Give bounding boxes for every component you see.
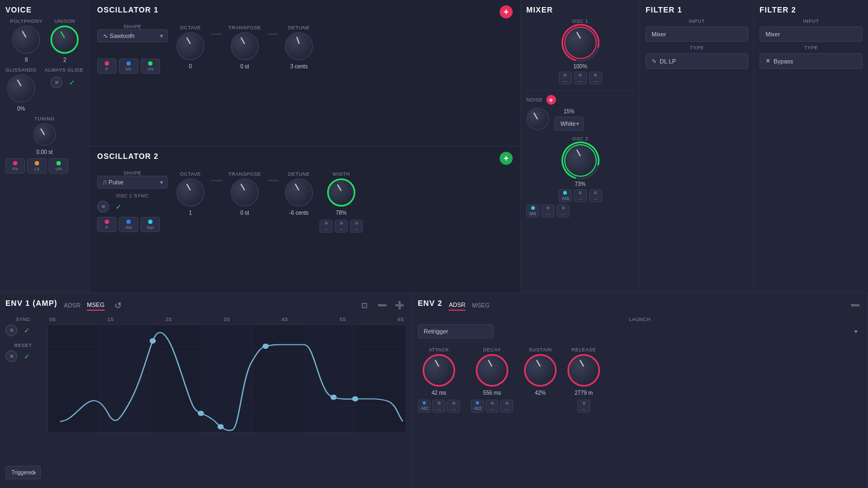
osc2-shape-select[interactable]: ⎍ Pulse ∿ Sawtooth ∿ Sine xyxy=(97,176,168,189)
env2-attack-mod-3[interactable]: ... xyxy=(447,400,460,413)
osc2-octave-knob[interactable] xyxy=(176,178,205,207)
tuning-knob[interactable] xyxy=(33,123,56,146)
mixer-osc2-slot-3[interactable]: ... xyxy=(589,189,602,202)
env1-minus-btn[interactable]: ➖ xyxy=(375,298,389,312)
osc1-shape-select[interactable]: ∿ Sawtooth ⎍ Pulse ∿ Sine ⊓ Square xyxy=(97,29,168,42)
env2-release-mod-1[interactable]: ... xyxy=(577,400,590,413)
noise-knob[interactable] xyxy=(526,107,549,130)
connector-line-3 xyxy=(211,180,222,181)
filter2-type-value[interactable]: ✕ Bypass xyxy=(760,53,863,69)
osc2-sync-x-btn[interactable]: ✕ xyxy=(97,201,109,213)
mixer-m4-slot-3[interactable]: ... xyxy=(557,204,570,217)
env1-sync-x-btn[interactable]: ✕ xyxy=(5,324,17,336)
osc1-transpose-knob[interactable] xyxy=(231,32,259,60)
env1-sync-check-btn[interactable]: ✓ xyxy=(21,324,33,336)
env2-launch-select[interactable]: Retrigger Free Legato xyxy=(418,324,494,338)
mixer-osc2-slot-1[interactable]: -M6 xyxy=(559,189,572,202)
glissando-col: GLISSANDO 0% xyxy=(5,67,36,112)
env1-undo-btn[interactable]: ↺ xyxy=(111,298,125,312)
osc2-transpose-knob[interactable] xyxy=(231,178,259,207)
osc2-slot-2[interactable]: ... xyxy=(335,220,348,233)
env2-tab-adsr[interactable]: ADSR xyxy=(449,300,465,311)
osc1-mod-m1[interactable]: M1 xyxy=(119,59,138,74)
env1-reset-x-btn[interactable]: ✕ xyxy=(5,350,17,362)
env1-trigger-select[interactable]: Triggered Free Loop xyxy=(5,466,41,479)
voice-mod-l3[interactable]: L3 xyxy=(27,158,47,174)
osc2-width-slots: ... ... ... xyxy=(320,220,363,233)
mseg-display[interactable] xyxy=(47,324,406,433)
connector-line-4 xyxy=(267,180,278,181)
osc1-title: OSCILLATOR 1 xyxy=(97,5,158,14)
osc1-octave-col: OCTAVE 0 xyxy=(176,25,205,69)
always-glide-x-btn[interactable]: ✕ xyxy=(50,76,62,88)
env1-reset-check-btn[interactable]: ✓ xyxy=(21,350,33,362)
env2-decay-mod-m2[interactable]: -M2 xyxy=(471,400,484,413)
filter2-input-value[interactable]: Mixer xyxy=(760,27,863,42)
env1-fullscreen-btn[interactable]: ⊡ xyxy=(358,298,372,312)
mod-label-l3: L3 xyxy=(35,166,40,171)
osc2-width-knob[interactable] xyxy=(327,178,355,207)
env1-panel: ENV 1 (AMP) ADSR MSEG ↺ ⊡ ➖ ➕ SYNC ✕ xyxy=(0,293,412,488)
osc2-slot-1[interactable]: ... xyxy=(320,220,333,233)
osc2-mod-p[interactable]: P xyxy=(97,217,117,232)
mixer-osc1-slot-2[interactable]: ... xyxy=(574,72,587,85)
env1-tab-mseg[interactable]: MSEG xyxy=(87,300,104,311)
mixer-osc2-slot-2[interactable]: ... xyxy=(574,189,587,202)
mseg-point-1[interactable] xyxy=(150,338,156,344)
mseg-point-2[interactable] xyxy=(198,410,204,416)
env1-plus-btn[interactable]: ➕ xyxy=(392,298,406,312)
mseg-point-3[interactable] xyxy=(218,424,224,429)
noise-add-btn[interactable]: + xyxy=(546,95,556,105)
filter1-type-symbol: ∿ xyxy=(652,57,656,65)
osc1-add-btn[interactable]: + xyxy=(500,5,513,18)
mseg-time-3: 3s xyxy=(224,317,230,322)
osc2-connector xyxy=(211,180,222,181)
mseg-point-5[interactable] xyxy=(330,395,336,400)
mixer-m4-slot-2[interactable]: ... xyxy=(541,204,554,217)
osc2-connector2 xyxy=(267,180,278,181)
osc2-slot-3[interactable]: ... xyxy=(350,220,363,233)
mseg-time-0: 0s xyxy=(49,317,56,322)
voice-mod-un[interactable]: UN xyxy=(49,158,68,174)
env2-minus-btn[interactable]: ➖ xyxy=(848,298,862,312)
osc2-mod-sq1[interactable]: Sq1 xyxy=(141,217,160,232)
env2-attack-mod-2[interactable]: ... xyxy=(432,400,445,413)
unison-knob[interactable] xyxy=(50,25,79,54)
noise-type-select[interactable]: White Pink Brown xyxy=(554,117,584,131)
mseg-point-4[interactable] xyxy=(263,344,269,349)
polyphony-knob[interactable] xyxy=(12,25,40,54)
osc2-detune-knob[interactable] xyxy=(285,178,313,207)
osc1-octave-knob[interactable] xyxy=(176,32,205,60)
env1-sync-toggle: ✕ ✓ xyxy=(5,324,41,336)
osc1-mod-p[interactable]: P xyxy=(97,59,117,74)
voice-title: VOICE xyxy=(5,5,84,14)
filter1-type-value[interactable]: ∿ DL LP xyxy=(646,53,748,69)
env2-decay-mod-3[interactable]: ... xyxy=(500,400,513,413)
filter1-input-value[interactable]: Mixer xyxy=(646,27,748,42)
env2-release-knob[interactable] xyxy=(567,354,600,387)
mseg-point-6[interactable] xyxy=(352,396,358,402)
osc1-detune-knob[interactable] xyxy=(283,30,315,62)
mixer-osc2-knob[interactable] xyxy=(564,144,597,177)
env2-sustain-knob[interactable] xyxy=(524,354,557,387)
osc1-mod-un[interactable]: UN xyxy=(141,59,160,74)
voice-mod-pb[interactable]: Pb xyxy=(5,158,25,174)
glissando-knob[interactable] xyxy=(7,74,35,102)
osc2-add-btn[interactable]: + xyxy=(500,152,513,165)
env2-attack-knob[interactable] xyxy=(423,354,455,387)
env2-decay-mod-2[interactable]: ... xyxy=(486,400,499,413)
mixer-m4-slot[interactable]: M4 xyxy=(526,204,539,217)
always-glide-check-btn[interactable]: ✓ xyxy=(66,76,78,88)
env2-decay-knob[interactable] xyxy=(476,354,508,387)
mixer-osc1-slot-3[interactable]: ... xyxy=(589,72,602,85)
env1-tab-adsr[interactable]: ADSR xyxy=(64,300,81,310)
env2-tab-mseg[interactable]: MSEG xyxy=(472,300,489,310)
mixer-osc1-knob[interactable] xyxy=(564,27,597,59)
osc2-mod-m1[interactable]: -M1 xyxy=(119,217,138,232)
svg-rect-11 xyxy=(304,325,355,432)
osc2-sync-check-btn[interactable]: ✓ xyxy=(112,201,124,213)
osc1-shape-col: SHAPE ∿ Sawtooth ⎍ Pulse ∿ Sine ⊓ Square xyxy=(97,24,168,74)
env2-attack-mod-m2[interactable]: -M2 xyxy=(418,400,431,413)
mixer-osc1-slot-1[interactable]: ... xyxy=(559,72,572,85)
env1-trigger-wrapper: Triggered Free Loop xyxy=(5,466,41,479)
